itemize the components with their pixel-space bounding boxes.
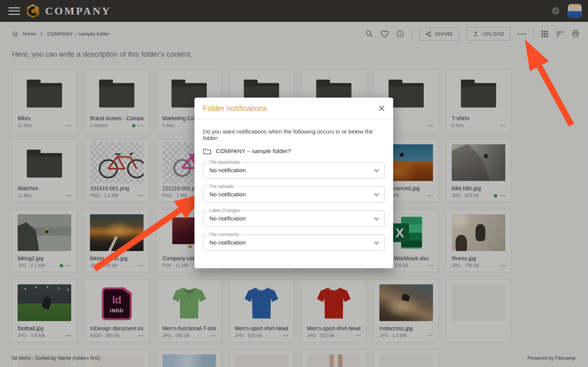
select-label: File comments — [207, 232, 241, 237]
modal-title: Folder notifications — [203, 104, 267, 113]
select-value: No notification — [203, 187, 384, 202]
select-label: Label Changes — [207, 208, 242, 213]
select-value: No notification — [203, 211, 384, 226]
select-label: File uploads — [207, 184, 236, 189]
modal-fields: File downloads No notification File uplo… — [203, 162, 385, 251]
chevron-down-icon — [374, 193, 379, 196]
modal-close-icon[interactable] — [379, 105, 385, 111]
notification-select[interactable]: Label Changes No notification — [203, 210, 385, 227]
modal-folder-name: COMPANY – sample folder? — [216, 148, 291, 155]
folder-notifications-modal: Folder notifications Do you want notific… — [194, 98, 393, 268]
select-label: File downloads — [207, 160, 242, 165]
folder-icon — [203, 148, 211, 155]
modal-body: Do you want notifications when the follo… — [194, 119, 393, 251]
modal-header: Folder notifications — [194, 98, 393, 119]
modal-question: Do you want notifications when the follo… — [203, 128, 385, 141]
notification-select[interactable]: File uploads No notification — [203, 186, 385, 202]
select-value: No notification — [203, 235, 384, 250]
chevron-down-icon — [374, 169, 379, 172]
notification-select[interactable]: File comments No notification — [203, 235, 385, 251]
notification-select[interactable]: File downloads No notification — [203, 162, 385, 178]
select-value: No notification — [203, 163, 384, 178]
chevron-down-icon — [374, 217, 379, 220]
chevron-down-icon — [374, 241, 379, 245]
